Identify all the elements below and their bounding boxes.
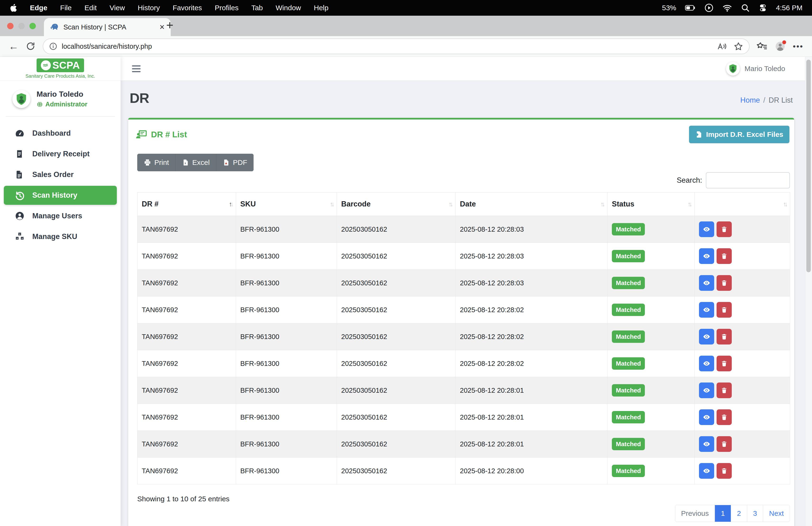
cell-actions (695, 216, 790, 243)
excel-button[interactable]: x Excel (176, 154, 216, 171)
menubar-clock[interactable]: 4:56 PM (776, 4, 802, 12)
breadcrumb-home-link[interactable]: Home (740, 96, 760, 104)
cell-date: 2025-08-12 20:28:00 (455, 458, 608, 484)
delete-button[interactable] (716, 356, 732, 371)
page-3[interactable]: 3 (747, 505, 763, 522)
pagination: Previous123Next (675, 505, 790, 522)
sidebar-item-manage-sku[interactable]: Manage SKU (4, 227, 117, 246)
view-button[interactable] (699, 248, 714, 264)
back-button[interactable]: ← (9, 41, 18, 51)
delete-button[interactable] (716, 248, 732, 264)
table-row: TAN697692 BFR-961300 202503050162 2025-0… (137, 323, 790, 350)
delete-button[interactable] (716, 275, 732, 291)
sidebar: SCPA Sanitary Care Products Asia, Inc. M… (0, 57, 121, 526)
sort-icon: ↑↓ (330, 200, 333, 208)
page-next[interactable]: Next (763, 505, 790, 522)
column-header-sku[interactable]: SKU↑↓ (236, 193, 337, 216)
page-2[interactable]: 2 (731, 505, 747, 522)
view-button[interactable] (699, 436, 714, 452)
tab-close-icon[interactable]: × (160, 23, 164, 31)
menubar-item-help[interactable]: Help (314, 4, 329, 12)
new-tab-button[interactable]: + (166, 19, 173, 31)
menubar-item-edit[interactable]: Edit (85, 4, 97, 12)
print-button[interactable]: Print (137, 154, 176, 171)
import-excel-button[interactable]: Import D.R. Excel Files (689, 126, 789, 143)
cell-status: Matched (608, 431, 695, 458)
delete-button[interactable] (716, 329, 732, 344)
sidebar-item-dashboard[interactable]: Dashboard (4, 124, 117, 143)
view-button[interactable] (699, 222, 714, 237)
topnav-user[interactable]: Mario Toledo (726, 62, 785, 75)
menubar-item-tab[interactable]: Tab (251, 4, 263, 12)
menubar-app-name[interactable]: Edge (30, 4, 47, 12)
view-button[interactable] (699, 383, 714, 398)
wifi-icon[interactable] (722, 3, 732, 13)
browser-tab[interactable]: Scan History | SCPA × (44, 18, 171, 36)
cell-status: Matched (608, 458, 695, 484)
delete-button[interactable] (716, 463, 732, 479)
column-header-actions[interactable]: ↑↓ (695, 193, 790, 216)
view-button[interactable] (699, 409, 714, 425)
sidebar-toggle-icon[interactable] (132, 65, 141, 72)
sidebar-item-sales-order[interactable]: Sales Order (4, 165, 117, 184)
delete-button[interactable] (716, 383, 732, 398)
search-input[interactable] (706, 172, 790, 188)
view-button[interactable] (699, 329, 714, 344)
sidebar-user-role: Administrator (37, 101, 87, 108)
cell-barcode: 202503050162 (337, 431, 455, 458)
zoom-window-button[interactable] (29, 23, 36, 29)
table-row: TAN697692 BFR-961300 202503050162 2025-0… (137, 431, 790, 458)
view-button[interactable] (699, 302, 714, 318)
control-center-icon[interactable] (758, 3, 767, 12)
url-text[interactable]: localhost/sanicare/history.php (62, 43, 152, 51)
apple-menu-icon[interactable] (10, 3, 17, 12)
site-info-icon[interactable] (49, 42, 57, 51)
close-window-button[interactable] (7, 23, 14, 29)
address-bar[interactable]: localhost/sanicare/history.php (43, 39, 750, 54)
minimize-window-button[interactable] (18, 23, 25, 29)
view-button[interactable] (699, 275, 714, 291)
print-icon (144, 159, 151, 166)
page-previous[interactable]: Previous (675, 505, 715, 522)
view-button[interactable] (699, 356, 714, 371)
sidebar-item-manage-users[interactable]: Manage Users (4, 207, 117, 226)
delete-button[interactable] (716, 436, 732, 452)
menubar-item-window[interactable]: Window (276, 4, 301, 12)
delete-button[interactable] (716, 409, 732, 425)
screen-mirroring-icon[interactable] (704, 3, 714, 13)
sidebar-item-scan-history[interactable]: Scan History (4, 186, 117, 205)
delete-button[interactable] (716, 302, 732, 318)
pdf-button[interactable]: PDF (216, 154, 253, 171)
menubar-item-history[interactable]: History (138, 4, 160, 12)
page-scrollbar[interactable] (805, 57, 812, 526)
card-header: DR # List Import D.R. Excel Files (128, 119, 794, 148)
sort-icon: ↑↓ (783, 200, 786, 208)
export-button-group: Print x Excel (137, 154, 253, 171)
scrollbar-thumb[interactable] (806, 60, 811, 272)
brand-logo[interactable]: SCPA Sanitary Care Products Asia, Inc. (0, 57, 121, 81)
sidebar-item-delivery-receipt[interactable]: Delivery Receipt (4, 144, 117, 164)
browser-menu-icon[interactable]: ••• (793, 42, 803, 51)
card-body: Print x Excel (128, 148, 794, 522)
column-header-dr[interactable]: DR #↑↓ (137, 193, 236, 216)
column-header-date[interactable]: Date↑↓ (455, 193, 608, 216)
collections-icon[interactable] (757, 41, 768, 51)
main-area: Mario Toledo DR Home/DR List (121, 57, 812, 526)
favorite-star-icon[interactable] (734, 41, 743, 51)
page-1[interactable]: 1 (715, 505, 731, 522)
spotlight-search-icon[interactable] (741, 3, 750, 12)
menubar-item-view[interactable]: View (110, 4, 125, 12)
read-aloud-icon[interactable] (717, 42, 727, 51)
cell-status: Matched (608, 377, 695, 404)
refresh-button[interactable] (26, 41, 35, 51)
view-button[interactable] (699, 463, 714, 479)
delete-button[interactable] (716, 222, 732, 237)
sidebar-user-name[interactable]: Mario Toledo (37, 90, 87, 99)
column-header-barcode[interactable]: Barcode↑↓ (337, 193, 455, 216)
menubar-item-favorites[interactable]: Favorites (173, 4, 202, 12)
cell-date: 2025-08-12 20:28:03 (455, 216, 608, 243)
column-header-status[interactable]: Status↑↓ (608, 193, 695, 216)
browser-profile-avatar[interactable] (775, 41, 786, 52)
menubar-item-file[interactable]: File (60, 4, 71, 12)
menubar-item-profiles[interactable]: Profiles (215, 4, 238, 12)
